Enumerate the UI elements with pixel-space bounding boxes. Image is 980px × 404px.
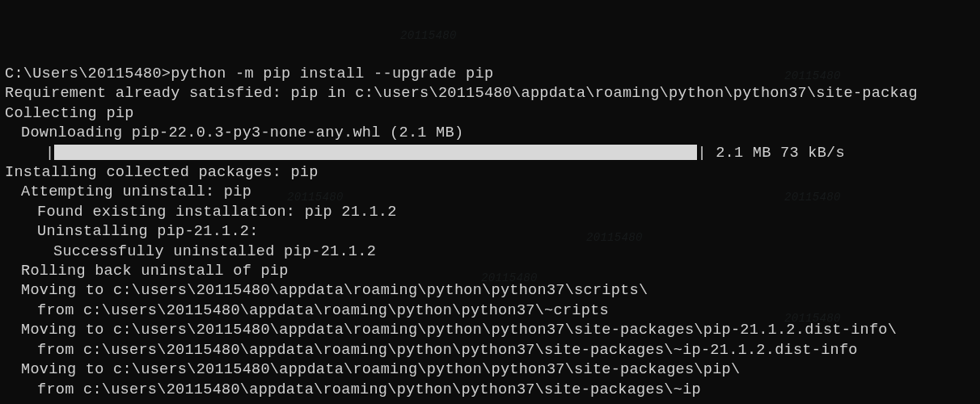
output-line: from c:\users\20115480\appdata\roaming\p… (5, 341, 980, 360)
output-line: Found existing installation: pip 21.1.2 (5, 203, 980, 222)
command-text: python -m pip install --upgrade pip (171, 65, 493, 84)
output-line: Moving to c:\users\20115480\appdata\roam… (5, 281, 980, 301)
output-line: Uninstalling pip-21.1.2: (5, 222, 980, 242)
output-line: Requirement already satisfied: pip in c:… (5, 84, 980, 103)
output-line: Moving to c:\users\20115480\appdata\roam… (5, 321, 980, 340)
terminal-output[interactable]: C:\Users\20115480>python -m pip install … (5, 65, 980, 400)
progress-line: || 2.1 MB 73 kB/s (5, 144, 980, 163)
output-line: Installing collected packages: pip (5, 163, 980, 183)
progress-bar-start: | (45, 144, 54, 163)
progress-stats (707, 144, 716, 163)
progress-bar-end: | (697, 144, 706, 163)
command-line: C:\Users\20115480>python -m pip install … (5, 65, 980, 84)
output-line: Downloading pip-22.0.3-py3-none-any.whl … (5, 124, 980, 143)
output-line: Collecting pip (5, 104, 980, 124)
output-line: Moving to c:\users\20115480\appdata\roam… (5, 360, 980, 380)
output-line: from c:\users\20115480\appdata\roaming\p… (5, 381, 980, 400)
progress-bar-fill (54, 145, 697, 160)
output-line: Rolling back uninstall of pip (5, 262, 980, 281)
prompt-text: C:\Users\20115480> (5, 65, 171, 84)
progress-stats-value: 2.1 MB 73 kB/s (716, 144, 845, 163)
output-line: Attempting uninstall: pip (5, 183, 980, 202)
output-line: Successfully uninstalled pip-21.1.2 (5, 242, 980, 262)
output-line: from c:\users\20115480\appdata\roaming\p… (5, 301, 980, 321)
watermark: 20115480 (400, 28, 457, 43)
